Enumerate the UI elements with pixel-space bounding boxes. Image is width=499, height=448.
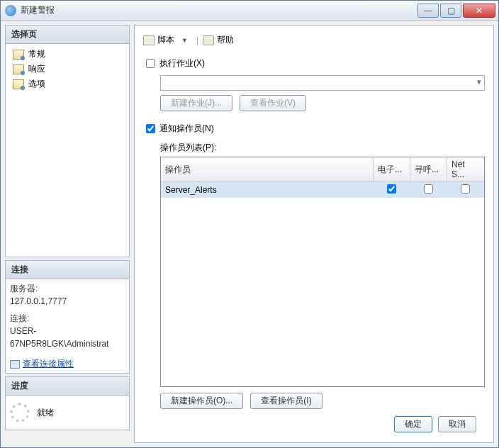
conn-label: 连接:: [10, 312, 125, 325]
nav-label: 选项: [28, 78, 45, 90]
connection-body: 服务器: 127.0.0.1,7777 连接: USER-67NP5R8LGK\…: [6, 279, 129, 373]
conn-value: USER-67NP5R8LGK\Administrat: [10, 325, 125, 350]
progress-panel: 进度 就绪: [5, 376, 130, 430]
job-combobox[interactable]: [160, 75, 485, 91]
operator-grid[interactable]: 操作员 电子... 寻呼... Net S... Server_Alerts: [160, 157, 485, 387]
cell-netsend: [447, 182, 484, 198]
dialog-body: 选择页 常规 响应 选项 连接 服务器: 127.0.0.1,7777 连接: …: [1, 21, 498, 447]
nav-label: 常规: [28, 48, 45, 60]
minimize-button[interactable]: —: [417, 4, 439, 18]
cell-operator-name: Server_Alerts: [161, 182, 374, 198]
dialog-footer: 确定 取消: [143, 409, 485, 437]
toolbar-separator: |: [196, 35, 198, 45]
row-netsend-checkbox[interactable]: [461, 184, 470, 194]
new-job-button[interactable]: 新建作业(J)...: [160, 95, 232, 111]
app-icon: [5, 5, 16, 16]
spinner-icon: [10, 403, 30, 422]
toolbar: 脚本 ▼ | 帮助: [143, 31, 485, 52]
row-pager-checkbox[interactable]: [424, 184, 433, 194]
dialog-window: 新建警报 — ▢ ✕ 选择页 常规 响应 选项 连接 服务器: 127.0.0.…: [0, 0, 499, 448]
script-dropdown-arrow[interactable]: ▼: [177, 37, 192, 44]
nav-item-options[interactable]: 选项: [10, 77, 125, 91]
notify-operator-row: 通知操作员(N): [146, 123, 485, 135]
col-pager[interactable]: 寻呼...: [410, 157, 447, 182]
form-area: 执行作业(X) 新建作业(J)... 查看作业(V) 通知操作员(N) 操作员列…: [143, 52, 485, 409]
page-icon: [13, 50, 24, 60]
sidebar: 选择页 常规 响应 选项 连接 服务器: 127.0.0.1,7777 连接: …: [5, 25, 130, 443]
server-value: 127.0.0.1,7777: [10, 295, 125, 308]
help-icon: [203, 35, 214, 45]
view-job-button[interactable]: 查看作业(V): [240, 95, 306, 111]
operator-list-label: 操作员列表(P):: [160, 142, 485, 154]
progress-status: 就绪: [37, 407, 54, 419]
job-select-area: 新建作业(J)... 查看作业(V): [160, 72, 485, 116]
col-netsend[interactable]: Net S...: [447, 157, 484, 182]
execute-job-row: 执行作业(X): [146, 57, 485, 69]
server-label: 服务器:: [10, 282, 125, 295]
maximize-button[interactable]: ▢: [440, 4, 461, 18]
script-button[interactable]: 脚本: [157, 34, 174, 46]
new-operator-button[interactable]: 新建操作员(O)...: [160, 393, 243, 409]
help-button[interactable]: 帮助: [217, 34, 234, 46]
nav-item-response[interactable]: 响应: [10, 62, 125, 77]
close-button[interactable]: ✕: [463, 4, 495, 18]
view-operator-button[interactable]: 查看操作员(I): [250, 393, 322, 409]
main-panel: 脚本 ▼ | 帮助 执行作业(X) 新建作业(J)... 查看作业(V): [134, 25, 494, 443]
connection-panel: 连接 服务器: 127.0.0.1,7777 连接: USER-67NP5R8L…: [5, 260, 130, 374]
titlebar[interactable]: 新建警报 — ▢ ✕: [1, 1, 498, 21]
select-page-body: 常规 响应 选项: [6, 44, 129, 257]
nav-label: 响应: [28, 63, 45, 75]
operator-buttons: 新建操作员(O)... 查看操作员(I): [160, 393, 485, 409]
col-operator[interactable]: 操作员: [161, 157, 374, 182]
nav-item-general[interactable]: 常规: [10, 47, 125, 62]
notify-operator-label: 通知操作员(N): [159, 123, 214, 135]
progress-body: 就绪: [6, 396, 129, 430]
progress-header: 进度: [6, 377, 129, 396]
table-row[interactable]: Server_Alerts: [161, 182, 484, 198]
select-page-header: 选择页: [6, 26, 129, 44]
window-controls: — ▢ ✕: [416, 4, 495, 18]
select-page-panel: 选择页 常规 响应 选项: [5, 25, 130, 257]
script-icon: [143, 35, 155, 45]
ok-button[interactable]: 确定: [394, 416, 432, 432]
row-email-checkbox[interactable]: [387, 184, 396, 194]
cancel-button[interactable]: 取消: [438, 416, 476, 432]
col-email[interactable]: 电子...: [374, 157, 410, 182]
cell-email: [374, 182, 410, 198]
view-connection-row: 查看连接属性: [10, 357, 125, 370]
execute-job-label: 执行作业(X): [159, 57, 205, 69]
page-icon: [13, 65, 24, 74]
cell-pager: [410, 182, 447, 198]
view-connection-link[interactable]: 查看连接属性: [23, 359, 74, 369]
execute-job-checkbox[interactable]: [146, 59, 155, 68]
notify-operator-checkbox[interactable]: [146, 124, 155, 133]
connection-header: 连接: [6, 261, 129, 279]
operator-table: 操作员 电子... 寻呼... Net S... Server_Alerts: [161, 157, 484, 198]
job-buttons: 新建作业(J)... 查看作业(V): [160, 95, 485, 111]
page-icon: [13, 79, 24, 89]
connection-icon: [10, 360, 20, 369]
window-title: 新建警报: [21, 4, 416, 16]
